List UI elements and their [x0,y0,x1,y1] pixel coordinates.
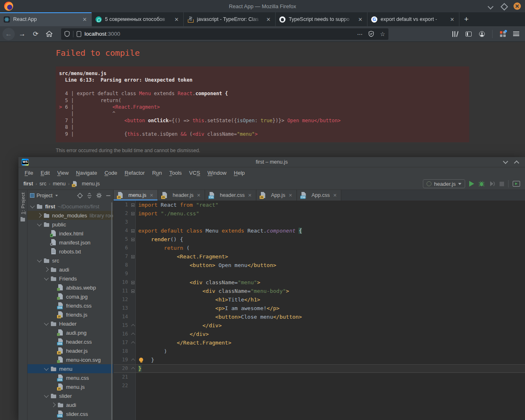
code-line-11[interactable]: 11 <div className="menu-body"> [114,287,525,295]
breadcrumb-item[interactable]: menu [53,181,66,187]
code-line-2[interactable]: 2 import "./menu.css" [114,209,525,218]
menu-help[interactable]: Help [230,170,249,176]
menu-vcs[interactable]: VCS [185,170,204,176]
menu-view[interactable]: View [53,170,72,176]
tree-item-menu.css[interactable]: CSS menu.css [27,373,113,382]
ide-maximize-button[interactable] [514,160,519,166]
tree-item-menu.js[interactable]: JS menu.js [27,382,113,391]
menu-tools[interactable]: Tools [166,170,185,176]
home-button[interactable] [43,28,55,40]
page-actions-icon[interactable]: ⋯ [357,31,363,37]
tree-item-audi.png[interactable]: audi.png [27,328,113,337]
tab-close-icon[interactable]: ✕ [288,193,292,198]
tree-item-menu-icon.svg[interactable]: menu-icon.svg [27,355,113,364]
tree-item-public[interactable]: public [27,220,113,229]
fold-marker-icon[interactable] [130,281,135,284]
code-line-3[interactable]: 3 [114,218,525,226]
browser-tab[interactable]: TypeScript needs to suppo ✕ [276,12,368,26]
tree-item-node_modules[interactable]: node_modules library root [27,211,113,220]
tab-close-icon[interactable]: ✕ [449,16,455,23]
fold-marker-icon[interactable] [130,324,135,327]
tab-close-icon[interactable]: ✕ [357,16,363,23]
tab-close-icon[interactable]: ✕ [265,16,272,23]
menu-window[interactable]: Window [204,170,230,176]
code-line-4[interactable]: 4 export default class Menu extends Reac… [114,226,525,235]
tab-close-icon[interactable]: ✕ [248,193,251,198]
tree-open-chevron-icon[interactable] [44,321,48,325]
browser-tab[interactable]: javascript - TypeError: Clas ✕ [184,12,276,26]
tab-close-icon[interactable]: ✕ [173,16,180,23]
fold-marker-icon[interactable] [130,367,135,370]
tree-item-slider.css[interactable]: CSS slider.css [27,409,113,418]
tree-item-index.html[interactable]: H index.html [27,229,113,238]
code-line-10[interactable]: 10 <div className="menu"> [114,278,525,287]
menu-refactor[interactable]: Refactor [121,170,148,176]
editor-tab-menu.js[interactable]: JS menu.js ✕ [114,190,158,201]
tree-item-slider.js[interactable]: JS slider.js [27,418,113,420]
menu-edit[interactable]: Edit [37,170,53,176]
code-line-7[interactable]: 7 <React.Fragment> [114,252,525,261]
fold-marker-icon[interactable] [130,290,135,293]
fold-marker-icon[interactable] [130,203,135,207]
menu-navigate[interactable]: Navigate [72,170,100,176]
forward-button[interactable]: → [16,28,28,40]
editor-tab-header.css[interactable]: CSS header.css ✕ [205,190,256,201]
tree-item-header.js[interactable]: JS header.js [27,346,113,355]
breadcrumb-file[interactable]: menu.js [82,181,100,187]
tree-item-src[interactable]: src [27,256,113,265]
collapse-all-icon[interactable] [87,193,92,199]
hide-panel-icon[interactable] [106,193,111,198]
sidebar-icon[interactable] [466,32,472,37]
tree-item-coma.jpg[interactable]: coma.jpg [27,292,113,301]
run-anything-icon[interactable] [513,181,520,187]
tree-open-chevron-icon[interactable] [30,203,34,208]
tree-item-menu[interactable]: menu [27,364,113,373]
tree-open-chevron-icon[interactable] [37,221,41,226]
settings-gear-icon[interactable] [96,192,102,199]
account-icon[interactable] [479,31,485,37]
tracking-protection-icon[interactable] [64,31,70,37]
run-button[interactable] [469,181,474,187]
code-line-17[interactable]: 17 </React.Fragment> [114,338,525,347]
code-line-6[interactable]: 6 return ( [114,244,525,252]
fold-marker-icon[interactable] [130,255,135,258]
code-line-16[interactable]: 16 </div> [114,330,525,338]
code-line-22[interactable]: 22 [114,381,525,390]
breadcrumb-item[interactable]: src [39,181,46,187]
tree-item-slider[interactable]: slider [27,391,113,400]
stop-button[interactable] [500,182,504,186]
browser-tab[interactable]: React App ✕ [0,12,92,26]
tree-item-manifest.json[interactable]: manifest.json [27,238,113,247]
tree-item-Header[interactable]: Header [27,319,113,328]
tree-item-robots.txt[interactable]: robots.txt [27,247,113,256]
browser-tab[interactable]: G export default vs export - ✕ [368,12,459,26]
tree-closed-chevron-icon[interactable] [44,267,48,272]
code-line-18[interactable]: 18 ) [114,347,525,356]
tree-item-header.css[interactable]: CSS header.css [27,337,113,346]
menu-file[interactable]: File [21,170,37,176]
tab-close-icon[interactable]: ✕ [82,16,88,23]
ide-minimize-button[interactable] [503,159,508,164]
tab-close-icon[interactable]: ✕ [150,193,153,198]
fold-marker-icon[interactable] [130,238,135,241]
url-text[interactable]: localhost:3000 [84,31,354,37]
library-icon[interactable] [452,31,458,37]
project-view-title[interactable]: Project [37,193,52,199]
fold-marker-icon[interactable] [130,333,135,336]
chevron-down-icon[interactable] [55,195,58,196]
tree-open-chevron-icon[interactable] [44,276,48,280]
code-editor[interactable]: 1 import React from "react" 2 import "./… [114,201,525,420]
minimize-button[interactable] [487,3,494,9]
extension-icon[interactable] [500,31,506,37]
ide-titlebar[interactable]: WS first – menu.js [18,157,525,167]
menu-run[interactable]: Run [148,170,166,176]
intention-bulb-icon[interactable] [139,358,143,362]
tree-open-chevron-icon[interactable] [44,366,48,370]
url-bar[interactable]: localhost:3000 ⋯ ☆ [61,28,388,40]
run-with-coverage-button[interactable] [489,180,495,187]
editor-tab-App.css[interactable]: CSS App.css ✕ [297,190,342,201]
window-titlebar[interactable]: React App — Mozilla Firefox [0,0,525,12]
tree-closed-chevron-icon[interactable] [51,402,55,407]
tree-item-Friends[interactable]: Friends [27,274,113,283]
fold-marker-icon[interactable] [130,341,135,344]
